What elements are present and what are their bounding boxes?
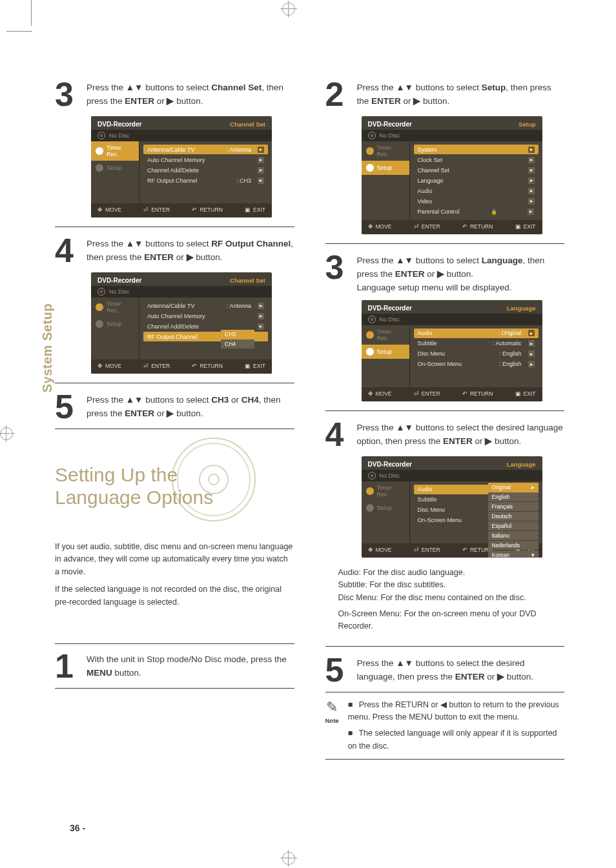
enter-icon: ⏎ [414, 390, 419, 397]
dpad-icon: ✥ [368, 547, 373, 553]
osd-row: RF Output Channel: CH3▸ [143, 176, 268, 185]
osd-dropdown-item: Korean▾ [488, 550, 539, 558]
right-step-2: 2 Press the ▲▼ buttons to select Setup, … [325, 77, 565, 111]
osd-section: Language [507, 461, 536, 468]
gear-icon [366, 504, 374, 512]
gear-icon [96, 320, 103, 328]
step-text: With the unit in Stop mode/No Disc mode,… [87, 649, 294, 680]
exit-icon: ▣ [515, 390, 521, 397]
osd-left-item: Timer Rec. [362, 481, 409, 501]
osd-channel-set-1: DVD-Recorder Channel Set No Disc Timer R… [91, 116, 272, 217]
step-text: Press the ▲▼ buttons to select RF Output… [87, 234, 294, 265]
osd-dropdown-item: Nederlands [488, 541, 539, 550]
lock-icon [491, 208, 497, 215]
return-icon: ↶ [192, 207, 197, 213]
osd-channel-set-2: DVD-Recorder Channel Set No Disc Timer R… [91, 272, 272, 374]
osd-row: Language▸ [414, 176, 539, 185]
osd-left-item: Timer Rec. [91, 298, 139, 317]
osd-left-item: Setup [91, 161, 139, 175]
disc-icon [368, 316, 376, 323]
osd-dropdown-item: Original▸ [488, 483, 539, 492]
feature-description: If you set audio, subtitle, disc menu an… [55, 541, 294, 578]
osd-setup: DVD-Recorder Setup No Disc Timer Rec. Se… [362, 116, 542, 234]
caret-right-icon: ▸ [528, 167, 535, 174]
osd-left-item: Setup [362, 161, 409, 175]
osd-title: DVD-Recorder [98, 277, 141, 284]
definition-subtitle: Subtitle: For the disc subtitles. [338, 579, 565, 591]
osd-language-1: DVD-Recorder Language No Disc Timer Rec.… [362, 300, 542, 401]
osd-left-item: Timer Rec. [362, 141, 409, 161]
osd-dropdown-item: CH3 [221, 330, 254, 339]
osd-row: Video▸ [414, 196, 539, 206]
note-label: Note [325, 717, 339, 724]
osd-left-item: Setup [362, 501, 409, 515]
feature-heading: Setting Up the Language Options [55, 459, 294, 509]
caret-right-icon: ▸ [258, 167, 264, 174]
osd-title: DVD-Recorder [98, 121, 141, 128]
gear-icon [96, 164, 103, 172]
osd-left-item: Timer Rec. [91, 141, 139, 161]
caret-right-icon: ▸ [528, 208, 534, 215]
osd-left-item: Timer Rec. [362, 325, 409, 345]
dpad-icon: ✥ [368, 223, 373, 230]
step-number: 5 [325, 653, 344, 687]
step-text: Press the ▲▼ buttons to select Channel S… [87, 77, 294, 108]
osd-dropdown-item: Deutsch [488, 512, 539, 521]
exit-icon: ▣ [245, 207, 251, 213]
step-number: 2 [325, 77, 344, 111]
right-step-5: 5 Press the ▲▼ buttons to select the des… [325, 653, 565, 687]
osd-dropdown-item: English [488, 492, 539, 501]
disc-icon [98, 288, 105, 296]
osd-dropdown-item: Italiano [488, 531, 539, 540]
note-block: ✎ Note ■ Press the RETURN or ◀ button to… [325, 699, 565, 753]
caret-right-icon: ▸ [528, 157, 535, 163]
caret-right-icon: ▸ [528, 188, 535, 194]
left-step-1: 1 With the unit in Stop mode/No Disc mod… [55, 649, 294, 683]
enter-icon: ⏎ [143, 363, 149, 369]
no-disc-label: No Disc [380, 472, 400, 479]
caret-right-icon: ▸ [258, 303, 264, 309]
right-column: 2 Press the ▲▼ buttons to select Setup, … [325, 77, 565, 766]
clock-icon [366, 331, 374, 339]
return-icon: ↶ [462, 223, 467, 230]
side-tab-system-setup: System Setup [40, 303, 55, 392]
no-disc-label: No Disc [380, 316, 400, 323]
step-text: Press the ▲▼ buttons to select Language,… [356, 250, 564, 295]
left-step-3: 3 Press the ▲▼ buttons to select Channel… [55, 77, 294, 111]
left-step-5: 5 Press the ▲▼ buttons to select CH3 or … [55, 390, 294, 423]
osd-row: Disc Menu: English▸ [414, 349, 539, 359]
exit-icon: ▣ [515, 223, 521, 230]
osd-row: Antenna/Cable TV: Antenna▸ [143, 145, 268, 154]
feature-title-line1: Setting Up the [55, 464, 294, 487]
step-number: 1 [55, 649, 74, 683]
no-disc-label: No Disc [109, 132, 130, 139]
osd-row: Antenna/Cable TV: Antenna▸ [143, 301, 268, 310]
return-icon: ↶ [462, 547, 467, 553]
gear-icon [366, 348, 374, 356]
osd-left-item: Setup [91, 317, 139, 331]
osd-row: Channel Add/Delete▸ [143, 165, 268, 175]
caret-right-icon: ▸ [258, 323, 264, 330]
osd-row: System▸ [414, 145, 539, 154]
right-step-4: 4 Press the ▲▼ buttons to select the des… [325, 418, 565, 451]
caret-right-icon: ▸ [258, 157, 264, 163]
enter-icon: ⏎ [143, 207, 149, 213]
osd-row: Channel Set▸ [414, 165, 539, 175]
dpad-icon: ✥ [98, 363, 103, 369]
enter-icon: ⏎ [414, 547, 419, 553]
return-icon: ↶ [192, 363, 197, 369]
step-number: 3 [55, 77, 74, 111]
osd-section: Channel Set [230, 121, 265, 128]
step-text: Press the ▲▼ buttons to select CH3 or CH… [87, 390, 294, 421]
left-column: 3 Press the ▲▼ buttons to select Channel… [55, 77, 294, 766]
definition-osm: On-Screen Menu: For the on-screen menu o… [338, 608, 565, 633]
osd-section: Channel Set [230, 277, 265, 284]
clock-icon [366, 147, 374, 155]
caret-right-icon: ▸ [528, 198, 535, 205]
osd-row: Subtitle: Automatic▸ [414, 339, 539, 348]
osd-row: Clock Set▸ [414, 155, 539, 165]
caret-right-icon: ▸ [528, 330, 535, 336]
osd-title: DVD-Recorder [368, 121, 412, 128]
osd-row: Auto Channel Memory▸ [143, 155, 268, 165]
no-disc-label: No Disc [109, 288, 130, 295]
